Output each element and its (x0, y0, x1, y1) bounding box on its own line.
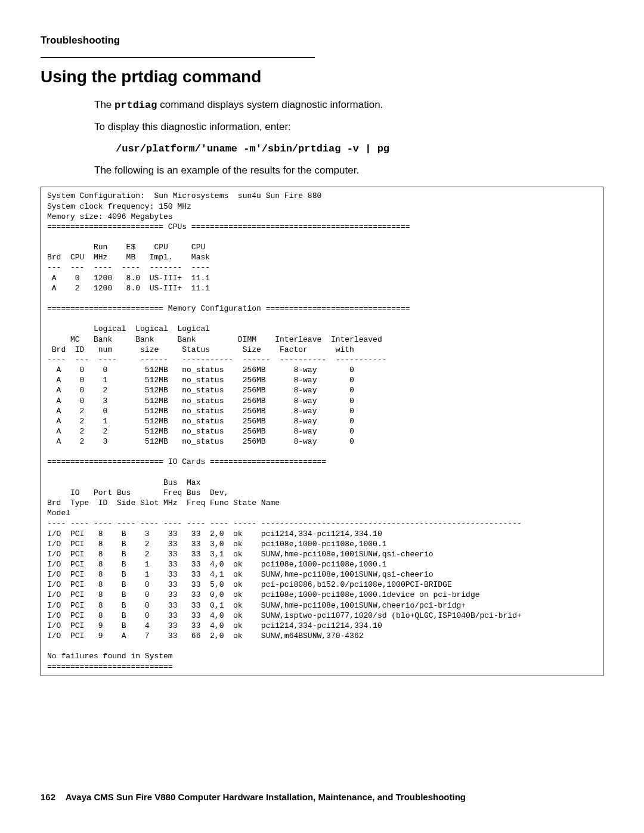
intro-p1-text-b: command displays system diagnostic infor… (157, 99, 383, 110)
section-divider (41, 57, 315, 58)
intro-paragraph-3: The following is an example of the resul… (94, 163, 603, 178)
footer-title: Avaya CMS Sun Fire V880 Computer Hardwar… (66, 792, 466, 802)
command-line: /usr/platform/'uname -m'/sbin/prtdiag -v… (116, 141, 603, 157)
inline-code-prtdiag: prtdiag (114, 100, 157, 111)
section-title: Using the prtdiag command (41, 67, 603, 86)
page-number: 162 (41, 792, 55, 802)
body-block: The prtdiag command displays system diag… (94, 97, 603, 178)
intro-paragraph-2: To display this diagnostic information, … (94, 119, 603, 135)
running-header: Troubleshooting (41, 35, 603, 47)
terminal-output: System Configuration: Sun Microsystems s… (41, 187, 603, 676)
page-footer: 162 Avaya CMS Sun Fire V880 Computer Har… (41, 792, 466, 802)
intro-p1-text-a: The (94, 99, 114, 110)
intro-paragraph-1: The prtdiag command displays system diag… (94, 97, 603, 113)
